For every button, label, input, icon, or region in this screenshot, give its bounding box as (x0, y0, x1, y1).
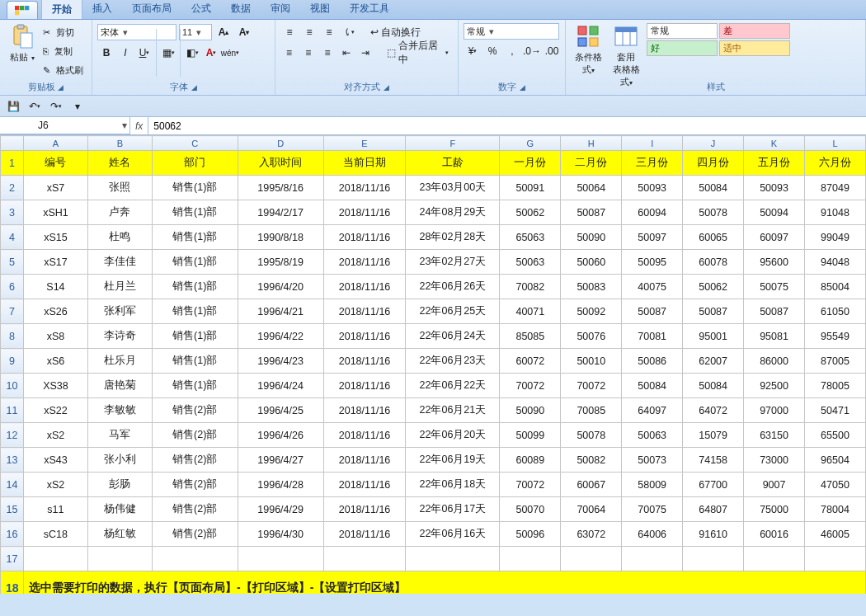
cell[interactable]: 22年06月16天 (406, 522, 500, 547)
select-all-corner[interactable] (1, 136, 24, 151)
cell[interactable]: 2018/11/16 (323, 497, 406, 522)
align-right-button[interactable]: ≡ (318, 45, 336, 61)
cell[interactable]: 86000 (744, 349, 805, 374)
cell[interactable]: 47050 (805, 473, 866, 497)
header-cell[interactable]: 四月份 (683, 151, 744, 176)
cell[interactable]: xS22 (23, 398, 87, 423)
cell[interactable]: xS2 (23, 473, 87, 497)
cell[interactable]: 销售(1)部 (152, 275, 238, 299)
header-cell[interactable]: 部门 (152, 151, 238, 176)
copy-button[interactable]: ⎘ 复制 (43, 42, 83, 60)
cell[interactable]: 64006 (622, 522, 683, 547)
dec-decimal-button[interactable]: .00 (543, 43, 561, 59)
number-format-combo[interactable]: 常规▾ (464, 23, 559, 40)
cell[interactable]: 50062 (500, 200, 561, 225)
cell[interactable]: 销售(1)部 (152, 250, 238, 275)
cell[interactable]: 2018/11/16 (323, 398, 406, 423)
cell[interactable]: 23年03月00天 (406, 176, 500, 200)
row-header-10[interactable]: 10 (1, 374, 24, 398)
cell[interactable]: 50092 (561, 299, 622, 324)
cell[interactable]: 杜乐月 (87, 349, 152, 374)
row-header-12[interactable]: 12 (1, 423, 24, 448)
cell[interactable]: 95549 (805, 324, 866, 349)
cell[interactable]: 15079 (683, 423, 744, 448)
cell[interactable]: 2018/11/16 (323, 473, 406, 497)
cell[interactable]: 70072 (500, 473, 561, 497)
cell[interactable]: S14 (23, 275, 87, 299)
cell[interactable]: 60067 (561, 473, 622, 497)
comma-button[interactable]: , (503, 43, 521, 59)
font-face-combo[interactable]: 宋体▾ (97, 24, 176, 40)
cell[interactable]: xS43 (23, 448, 87, 473)
cell[interactable] (744, 547, 805, 571)
tab-0[interactable]: 开始 (41, 0, 82, 19)
cell[interactable]: 唐艳菊 (87, 374, 152, 398)
cell[interactable] (500, 547, 561, 571)
cell[interactable]: 彭肠 (87, 473, 152, 497)
cell[interactable]: 2018/11/16 (323, 225, 406, 250)
font-color-button[interactable]: A▾ (202, 45, 220, 61)
grow-font-button[interactable]: A▴ (214, 24, 233, 40)
cell[interactable]: 64097 (622, 398, 683, 423)
cell[interactable] (87, 547, 152, 571)
cell[interactable]: 1996/4/21 (238, 299, 323, 324)
row-header-1[interactable]: 1 (1, 151, 24, 176)
cell[interactable]: 22年06月20天 (406, 423, 500, 448)
cell[interactable]: 李敏敏 (87, 398, 152, 423)
cell[interactable]: 65500 (805, 423, 866, 448)
cell[interactable]: 78005 (805, 374, 866, 398)
header-cell[interactable]: 一月份 (500, 151, 561, 176)
cell[interactable]: 58009 (622, 473, 683, 497)
align-left-button[interactable]: ≡ (280, 45, 298, 61)
row-header-6[interactable]: 6 (1, 275, 24, 299)
row-header-5[interactable]: 5 (1, 250, 24, 275)
align-bottom-button[interactable]: ≡ (320, 24, 338, 40)
conditional-format-button[interactable]: 条件格式▾ (571, 23, 605, 76)
name-box[interactable]: J6▾ (0, 117, 130, 134)
cell[interactable]: 2018/11/16 (323, 250, 406, 275)
cell[interactable]: 2018/11/16 (323, 176, 406, 200)
cell[interactable]: 74158 (683, 448, 744, 473)
cell[interactable]: 1996/4/30 (238, 522, 323, 547)
cell[interactable]: 23年02月27天 (406, 250, 500, 275)
header-cell[interactable]: 三月份 (622, 151, 683, 176)
bold-button[interactable]: B (97, 45, 115, 61)
cell[interactable]: 60016 (744, 522, 805, 547)
cell[interactable]: 2018/11/16 (323, 423, 406, 448)
cell[interactable]: 50060 (561, 250, 622, 275)
col-header-C[interactable]: C (152, 136, 238, 151)
cell[interactable]: 50096 (500, 522, 561, 547)
format-painter-button[interactable]: ✎ 格式刷 (43, 61, 83, 79)
inc-decimal-button[interactable]: .0→ (523, 43, 541, 59)
office-button[interactable] (7, 1, 38, 19)
cell[interactable]: 50070 (500, 497, 561, 522)
cell[interactable]: 李佳佳 (87, 250, 152, 275)
tab-5[interactable]: 审阅 (261, 0, 300, 19)
fill-color-button[interactable]: ◧▾ (183, 45, 201, 61)
col-header-H[interactable]: H (561, 136, 622, 151)
cell[interactable]: 91610 (683, 522, 744, 547)
cell[interactable]: 95001 (683, 324, 744, 349)
cell[interactable]: 60065 (683, 225, 744, 250)
cell[interactable]: 96504 (805, 448, 866, 473)
cell[interactable]: 销售(2)部 (152, 448, 238, 473)
cell[interactable]: 马军 (87, 423, 152, 448)
cell[interactable]: xS2 (23, 423, 87, 448)
cell[interactable]: 杨红敏 (87, 522, 152, 547)
row-header-11[interactable]: 11 (1, 398, 24, 423)
cell[interactable]: 95600 (744, 250, 805, 275)
cell[interactable]: 70081 (622, 324, 683, 349)
cell[interactable]: 85004 (805, 275, 866, 299)
cell[interactable]: 销售(1)部 (152, 349, 238, 374)
cell[interactable]: 50078 (683, 200, 744, 225)
row-header-17[interactable]: 17 (1, 547, 24, 571)
cell[interactable]: 1996/4/28 (238, 473, 323, 497)
col-header-K[interactable]: K (744, 136, 805, 151)
cell[interactable]: 销售(1)部 (152, 324, 238, 349)
cell[interactable]: 销售(2)部 (152, 473, 238, 497)
col-header-E[interactable]: E (323, 136, 406, 151)
cell[interactable]: 50094 (744, 200, 805, 225)
cell[interactable]: 87005 (805, 349, 866, 374)
cell[interactable]: 50084 (683, 374, 744, 398)
tab-7[interactable]: 开发工具 (340, 0, 399, 19)
